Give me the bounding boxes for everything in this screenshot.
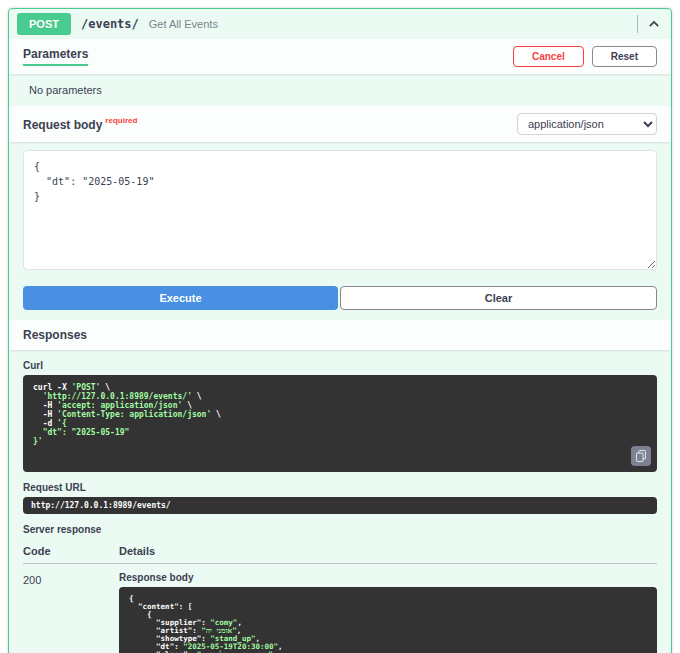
request-body-textarea[interactable]: { "dt": "2025-05-19" } [23,150,657,270]
operation-path[interactable]: /events/ [81,17,139,31]
response-details-cell: Response body { "content": [ { "supplier… [119,572,657,653]
tab-parameters[interactable]: Parameters [23,47,88,66]
parameters-section-header: Parameters Cancel Reset [9,39,671,74]
curl-copy-button[interactable] [631,446,651,466]
request-body-editor: { "dt": "2025-05-19" } [9,142,671,278]
responses-title: Responses [23,328,87,342]
operation-summary[interactable]: POST /events/ Get All Events [9,9,671,39]
code-column-header: Code [23,545,119,557]
response-body-code: { "content": [ { "supplier": "comy", "ar… [129,594,296,653]
curl-label: Curl [23,360,657,371]
required-badge: required [105,116,137,125]
response-table-header: Code Details [23,539,657,564]
request-url-label: Request URL [23,482,657,493]
responses-section-header: Responses [9,320,671,350]
server-response-table: Code Details 200 Response body { "conten… [23,539,657,653]
clipboard-icon [636,450,646,462]
collapse-chevron-icon[interactable] [647,17,661,31]
server-response-label: Server response [23,524,657,535]
request-url-value: http://127.0.0.1:8989/events/ [23,497,657,514]
response-row: 200 Response body { "content": [ { "supp… [23,564,657,653]
execute-wrapper: Execute Clear [9,278,671,320]
operation-summary-text: Get All Events [149,18,218,30]
response-status-code: 200 [23,572,119,586]
operation-block-post-events: POST /events/ Get All Events Parameters … [8,8,672,653]
curl-block: curl -X 'POST' \ 'http://127.0.0.1:8989/… [23,375,657,472]
reset-button[interactable]: Reset [592,46,657,67]
content-type-select[interactable]: application/json [517,113,657,135]
request-body-label: Request body [23,118,102,132]
summary-divider [637,15,638,33]
method-badge: POST [17,13,71,35]
cancel-button[interactable]: Cancel [513,46,584,67]
no-parameters-message: No parameters [9,74,671,106]
response-body-block: { "content": [ { "supplier": "comy", "ar… [119,587,657,653]
curl-code: curl -X 'POST' \ 'http://127.0.0.1:8989/… [33,383,221,446]
execute-button[interactable]: Execute [23,286,338,310]
request-body-section-header: Request bodyrequired application/json [9,106,671,142]
response-body-label: Response body [119,572,657,583]
responses-body: Curl curl -X 'POST' \ 'http://127.0.0.1:… [9,350,671,653]
clear-button[interactable]: Clear [340,286,657,310]
details-column-header: Details [119,545,657,557]
